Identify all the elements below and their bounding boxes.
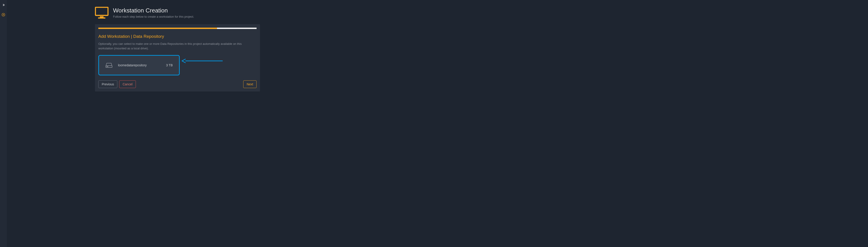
header-text: Workstation Creation Follow each step be… — [113, 7, 194, 18]
cancel-button[interactable]: Cancel — [119, 80, 136, 88]
previous-button[interactable]: Previous — [98, 80, 117, 88]
button-group-left: Previous Cancel — [98, 80, 136, 88]
main-content: Workstation Creation Follow each step be… — [95, 7, 260, 91]
svg-rect-5 — [98, 18, 105, 19]
progress-fill — [98, 28, 217, 29]
svg-point-8 — [107, 66, 108, 67]
sidebar — [0, 0, 7, 247]
page-header: Workstation Creation Follow each step be… — [95, 7, 260, 19]
chevron-right-icon[interactable] — [2, 3, 5, 7]
storage-icon — [105, 62, 113, 68]
repository-item[interactable]: loomedatarepository 3 TB — [98, 55, 180, 75]
button-row: Previous Cancel Next — [98, 80, 256, 88]
add-icon[interactable] — [2, 13, 5, 17]
section-description: Optionally, you can select to make one o… — [98, 42, 256, 51]
page-title: Workstation Creation — [113, 7, 194, 14]
repository-name: loomedatarepository — [118, 63, 161, 67]
wizard-card: Add Workstation | Data Repository Option… — [95, 24, 260, 91]
svg-rect-4 — [100, 16, 103, 18]
svg-point-7 — [107, 66, 107, 67]
progress-bar — [98, 28, 256, 29]
page-subtitle: Follow each step below to create a works… — [113, 15, 194, 18]
repository-size: 3 TB — [166, 63, 173, 67]
section-title: Add Workstation | Data Repository — [98, 34, 256, 39]
monitor-icon — [95, 7, 108, 19]
next-button[interactable]: Next — [243, 80, 256, 88]
svg-rect-3 — [95, 7, 108, 16]
